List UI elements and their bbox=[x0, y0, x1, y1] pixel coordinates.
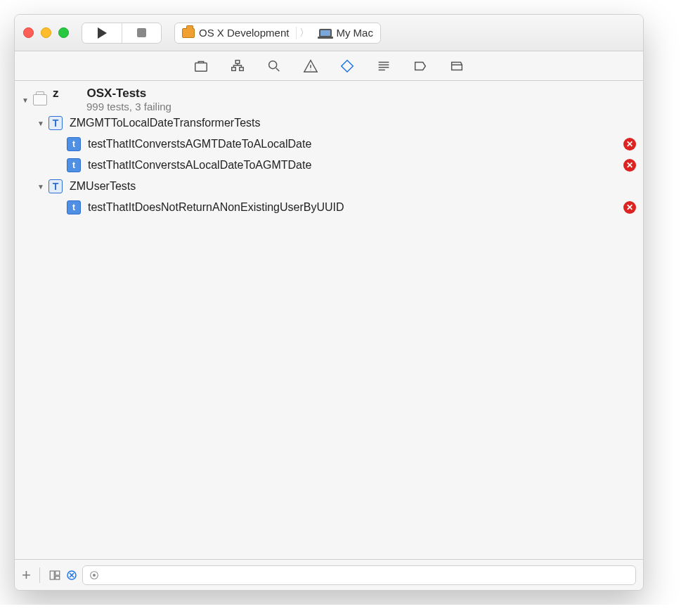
filter-bar: + bbox=[15, 559, 643, 590]
report-navigator-icon[interactable] bbox=[449, 58, 465, 74]
disclosure-triangle-icon[interactable] bbox=[20, 95, 30, 105]
test-method-icon: t bbox=[67, 137, 81, 151]
test-method-name: testThatItConverstsAGMTDateToALocalDate bbox=[88, 138, 311, 150]
chevron-right-icon: 〉 bbox=[296, 27, 312, 39]
svg-rect-3 bbox=[240, 67, 244, 70]
play-icon bbox=[98, 27, 107, 39]
filter-field[interactable] bbox=[82, 565, 636, 585]
briefcase-icon bbox=[182, 28, 195, 38]
svg-point-4 bbox=[269, 60, 277, 68]
disclosure-triangle-icon[interactable] bbox=[36, 181, 46, 191]
test-class-row[interactable]: T ZMUserTests bbox=[15, 176, 643, 197]
svg-rect-7 bbox=[56, 576, 60, 579]
issue-navigator-icon[interactable] bbox=[303, 58, 318, 74]
xcode-window: OS X Development 〉 My Mac bbox=[14, 14, 644, 591]
mac-icon bbox=[319, 29, 332, 37]
debug-navigator-icon[interactable] bbox=[376, 58, 391, 74]
test-class-name: ZMGMTToLocalDateTransformerTests bbox=[70, 117, 260, 129]
svg-rect-5 bbox=[50, 571, 54, 579]
test-method-row[interactable]: t testThatItConverstsALocalDateToAGMTDat… bbox=[15, 155, 643, 176]
test-method-icon: t bbox=[67, 158, 81, 172]
test-fail-icon: ✕ bbox=[623, 138, 636, 150]
destination-name: My Mac bbox=[336, 27, 373, 39]
svg-rect-6 bbox=[56, 571, 60, 575]
run-button[interactable] bbox=[82, 23, 122, 43]
scope-button[interactable] bbox=[48, 569, 61, 582]
test-method-icon: t bbox=[67, 200, 81, 214]
test-navigator-tree: z OSX-Tests 999 tests, 3 failing T ZMGMT… bbox=[15, 81, 643, 559]
svg-point-10 bbox=[93, 574, 96, 577]
test-method-name: testThatItDoesNotReturnANonExistingUserB… bbox=[88, 201, 344, 214]
scheme-name: OS X Development bbox=[199, 27, 289, 39]
minimize-window-button[interactable] bbox=[41, 27, 51, 38]
project-navigator-icon[interactable] bbox=[193, 58, 209, 74]
titlebar: OS X Development 〉 My Mac bbox=[15, 15, 643, 51]
test-class-row[interactable]: T ZMGMTToLocalDateTransformerTests bbox=[15, 113, 643, 134]
test-class-name: ZMUserTests bbox=[70, 180, 136, 193]
run-stop-group bbox=[82, 23, 162, 44]
filter-scope-icon bbox=[89, 570, 100, 581]
test-method-row[interactable]: t testThatItDoesNotReturnANonExistingUse… bbox=[15, 197, 643, 218]
scheme-segment[interactable]: OS X Development bbox=[175, 23, 296, 43]
project-name: z bbox=[53, 86, 59, 101]
project-subtitle: 999 tests, 3 failing bbox=[86, 101, 171, 113]
destination-segment[interactable]: My Mac bbox=[312, 23, 380, 43]
stop-button[interactable] bbox=[122, 23, 161, 43]
disclosure-triangle-icon[interactable] bbox=[36, 118, 46, 128]
project-title: OSX-Tests bbox=[87, 86, 147, 101]
test-method-row[interactable]: t testThatItConverstsAGMTDateToALocalDat… bbox=[15, 134, 643, 155]
filter-input[interactable] bbox=[100, 569, 630, 582]
zoom-window-button[interactable] bbox=[58, 27, 69, 38]
test-fail-icon: ✕ bbox=[623, 159, 636, 172]
test-class-icon: T bbox=[48, 179, 63, 193]
symbol-navigator-icon[interactable] bbox=[230, 58, 245, 74]
add-button[interactable]: + bbox=[22, 566, 31, 584]
failed-only-button[interactable] bbox=[65, 569, 78, 582]
svg-rect-2 bbox=[232, 67, 236, 70]
search-navigator-icon[interactable] bbox=[266, 58, 282, 74]
close-window-button[interactable] bbox=[23, 27, 34, 38]
test-class-icon: T bbox=[48, 116, 63, 130]
breakpoint-navigator-icon[interactable] bbox=[413, 58, 428, 74]
scheme-selector[interactable]: OS X Development 〉 My Mac bbox=[174, 23, 381, 44]
svg-rect-0 bbox=[195, 63, 207, 71]
test-navigator-icon[interactable] bbox=[339, 58, 355, 74]
svg-rect-1 bbox=[235, 60, 240, 63]
divider bbox=[39, 567, 40, 583]
project-row[interactable]: z OSX-Tests 999 tests, 3 failing bbox=[15, 84, 643, 113]
traffic-lights bbox=[23, 27, 69, 38]
test-method-name: testThatItConverstsALocalDateToAGMTDate bbox=[88, 159, 311, 172]
project-icon bbox=[33, 94, 47, 105]
navigator-tab-bar bbox=[15, 51, 643, 81]
stop-icon bbox=[137, 28, 146, 37]
test-fail-icon: ✕ bbox=[623, 201, 636, 214]
